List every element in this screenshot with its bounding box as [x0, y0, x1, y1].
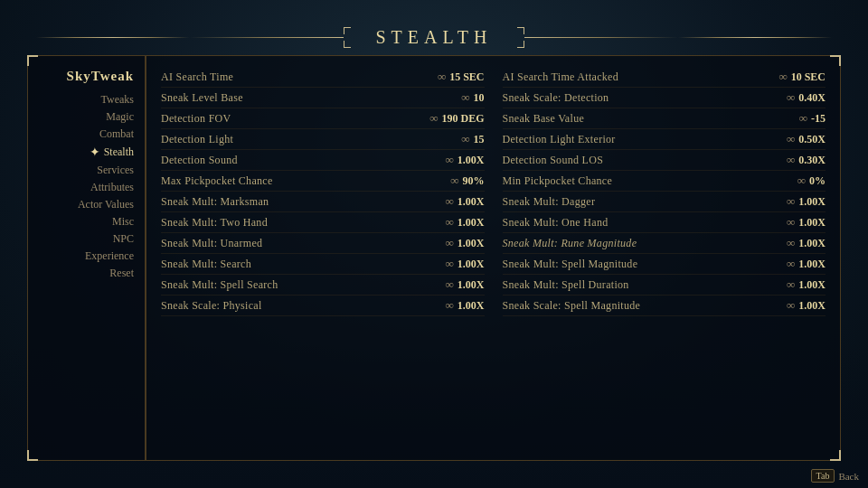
- corner-tr: [830, 55, 841, 66]
- setting-row[interactable]: Max Pickpocket Chance ∞ 90%: [161, 171, 485, 192]
- sidebar-brand: SkyTweak: [67, 65, 145, 91]
- sidebar-item-npc[interactable]: NPC: [28, 230, 145, 248]
- settings-panel: AI Search Time ∞ 15 SEC Sneak Level Base…: [146, 56, 840, 460]
- infinity-icon: ∞: [438, 70, 446, 84]
- setting-row[interactable]: Detection Sound LOS ∞ 0.30X: [503, 150, 826, 171]
- setting-row[interactable]: Sneak Mult: Marksman ∞ 1.00X: [161, 192, 485, 212]
- key-hint-back: Tab Back: [811, 469, 859, 483]
- settings-grid: AI Search Time ∞ 15 SEC Sneak Level Base…: [161, 67, 826, 316]
- sidebar-item-experience[interactable]: Experience: [28, 248, 145, 265]
- infinity-icon: ∞: [446, 194, 454, 209]
- sidebar-item-actor-values[interactable]: Actor Values: [28, 196, 145, 213]
- infinity-icon: ∞: [787, 236, 795, 250]
- sidebar: SkyTweak Tweaks Magic Combat ✦ Stealth S…: [28, 56, 146, 460]
- sidebar-item-misc[interactable]: Misc: [28, 213, 145, 230]
- setting-row[interactable]: Sneak Mult: Spell Duration ∞ 1.00X: [503, 275, 826, 296]
- infinity-icon: ∞: [787, 153, 795, 167]
- infinity-icon: ∞: [446, 153, 454, 167]
- corner-tl: [27, 55, 38, 66]
- corner-bl: [27, 450, 38, 461]
- title-bar: STEALTH: [27, 27, 841, 48]
- setting-row[interactable]: Sneak Mult: One Hand ∞ 1.00X: [503, 212, 826, 233]
- corner-br: [830, 450, 841, 461]
- setting-row[interactable]: Sneak Mult: Dagger ∞ 1.00X: [503, 192, 826, 212]
- setting-row[interactable]: Detection FOV ∞ 190 DEG: [161, 108, 485, 129]
- infinity-icon: ∞: [787, 215, 795, 230]
- infinity-icon: ∞: [787, 90, 795, 105]
- setting-row[interactable]: Sneak Base Value ∞ -15: [503, 108, 826, 129]
- setting-row[interactable]: Sneak Mult: Spell Magnitude ∞ 1.00X: [503, 254, 826, 275]
- sidebar-item-reset[interactable]: Reset: [28, 265, 145, 282]
- setting-row[interactable]: Min Pickpocket Chance ∞ 0%: [503, 171, 826, 192]
- setting-row[interactable]: AI Search Time Attacked ∞ 10 SEC: [503, 67, 826, 88]
- sidebar-item-stealth[interactable]: ✦ Stealth: [28, 143, 145, 162]
- infinity-icon: ∞: [787, 277, 795, 292]
- settings-right-col: AI Search Time Attacked ∞ 10 SEC Sneak S…: [503, 67, 826, 316]
- main-frame: STEALTH SkyTweak Tweaks Magic Combat ✦ S…: [27, 27, 841, 461]
- settings-left-col: AI Search Time ∞ 15 SEC Sneak Level Base…: [161, 67, 485, 316]
- infinity-icon: ∞: [446, 277, 454, 292]
- back-label: Back: [838, 471, 859, 482]
- infinity-icon: ∞: [787, 257, 795, 271]
- infinity-icon: ∞: [461, 132, 469, 146]
- setting-row[interactable]: Detection Light ∞ 15: [161, 129, 485, 150]
- setting-row[interactable]: Sneak Mult: Search ∞ 1.00X: [161, 254, 485, 275]
- infinity-icon: ∞: [446, 236, 454, 250]
- infinity-icon: ∞: [778, 70, 787, 84]
- setting-row[interactable]: Sneak Scale: Spell Magnitude ∞ 1.00X: [503, 296, 826, 316]
- infinity-icon: ∞: [446, 215, 454, 230]
- infinity-icon: ∞: [450, 174, 458, 188]
- setting-row[interactable]: Sneak Scale: Physical ∞ 1.00X: [161, 296, 485, 316]
- infinity-icon: ∞: [787, 298, 795, 313]
- infinity-icon: ∞: [461, 90, 469, 105]
- tab-key: Tab: [811, 469, 835, 483]
- infinity-icon: ∞: [429, 111, 438, 126]
- infinity-icon: ∞: [446, 257, 454, 271]
- setting-row[interactable]: Sneak Mult: Two Hand ∞ 1.00X: [161, 212, 485, 233]
- sidebar-item-combat[interactable]: Combat: [28, 126, 145, 143]
- sidebar-item-attributes[interactable]: Attributes: [28, 179, 145, 196]
- setting-row[interactable]: AI Search Time ∞ 15 SEC: [161, 67, 485, 88]
- setting-row[interactable]: Detection Light Exterior ∞ 0.50X: [503, 129, 826, 150]
- active-icon: ✦: [90, 145, 100, 160]
- infinity-icon: ∞: [797, 174, 806, 188]
- setting-row[interactable]: Sneak Mult: Unarmed ∞ 1.00X: [161, 233, 485, 254]
- sidebar-item-tweaks[interactable]: Tweaks: [28, 91, 145, 108]
- sidebar-item-services[interactable]: Services: [28, 162, 145, 179]
- infinity-icon: ∞: [787, 194, 795, 209]
- setting-row[interactable]: Sneak Level Base ∞ 10: [161, 88, 485, 108]
- setting-row[interactable]: Sneak Mult: Spell Search ∞ 1.00X: [161, 275, 485, 296]
- setting-row[interactable]: Sneak Scale: Detection ∞ 0.40X: [503, 88, 826, 108]
- infinity-icon: ∞: [446, 298, 454, 313]
- footer-hints: Tab Back: [811, 469, 859, 483]
- setting-row[interactable]: Detection Sound ∞ 1.00X: [161, 150, 485, 171]
- infinity-icon: ∞: [787, 132, 795, 146]
- page-title: STEALTH: [357, 27, 510, 47]
- setting-row[interactable]: Sneak Mult: Rune Magnitude ∞ 1.00X: [503, 233, 826, 254]
- sidebar-item-magic[interactable]: Magic: [28, 108, 145, 126]
- infinity-icon: ∞: [799, 111, 807, 126]
